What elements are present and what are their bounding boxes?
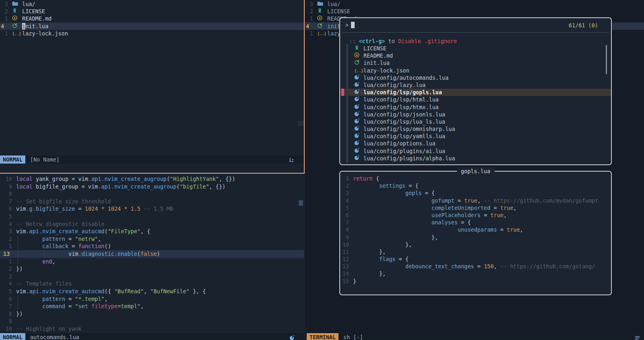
line-number: 11: [340, 248, 353, 255]
line-number: 9: [0, 183, 16, 191]
file-row[interactable]: 4init.lua: [0, 23, 305, 30]
code-line[interactable]: 5: [0, 213, 304, 220]
line-number: 10: [0, 325, 16, 333]
code-line[interactable]: 2}): [0, 265, 304, 273]
folder-icon: [317, 0, 323, 8]
code-text: gofumpt = true, -- https://github.com/mv…: [353, 197, 599, 204]
line-number: 8: [340, 226, 353, 233]
file-row[interactable]: 3lua/: [305, 0, 644, 8]
code-text: return {: [353, 175, 379, 182]
finder-item[interactable]: lua/config/lsp/jsonls.lua: [340, 111, 611, 118]
file-row[interactable]: 1README.md: [0, 15, 305, 22]
code-line[interactable]: 13│ │ vim.diagnostic.enable(false): [0, 250, 304, 258]
line-number: 13: [0, 250, 16, 258]
mode-indicator: NORMAL: [0, 155, 25, 164]
file-path: lua/config/lsp/omnisharp.lua: [363, 125, 455, 133]
code-text: │ │ vim.diagnostic.enable(false): [16, 250, 160, 258]
finder-results-list: LICENSEREADME.mdinit.lua{..}lazy-lock.js…: [340, 45, 611, 162]
filetype-icon-slot: [354, 104, 361, 111]
code-line[interactable]: 6│ pattern = "*.templ",: [0, 295, 304, 303]
filetype-icon-slot: [12, 23, 19, 30]
finder-item[interactable]: lua/config/options.lua: [340, 140, 611, 147]
line-number: 9: [340, 234, 353, 241]
preview-code-line: 7 analyses = {: [340, 219, 611, 226]
code-text: -- Highlight on yank: [16, 325, 82, 333]
active-window-separator-horizontal: [0, 173, 305, 174]
scrollbar-thumb[interactable]: [298, 121, 304, 126]
finder-item[interactable]: {..}lazy-lock.json: [340, 67, 611, 74]
finder-item[interactable]: LICENSE: [340, 45, 611, 52]
file-row[interactable]: 1{..}lazy-lock.json: [0, 30, 305, 37]
code-editor-window: 10local yank_group = vim.api.nvim_create…: [0, 174, 304, 333]
line-number: 7: [0, 198, 16, 205]
filetype-icon-slot: [354, 147, 361, 155]
finder-item[interactable]: init.lua: [340, 59, 611, 66]
json-icon: {..}: [317, 29, 326, 37]
code-text: vim.g.bigfile_size = 1024 * 1024 * 1.5 -…: [16, 205, 173, 213]
code-line[interactable]: 3vim.api.nvim_create_autocmd("FileType",…: [0, 228, 304, 235]
scrollbar-thumb[interactable]: [299, 200, 303, 206]
finder-scrollbar-thumb[interactable]: [606, 45, 607, 74]
code-line[interactable]: 6vim.g.bigfile_size = 1024 * 1024 * 1.5 …: [0, 205, 304, 213]
code-line[interactable]: 3: [0, 273, 304, 280]
code-line[interactable]: 9: [0, 317, 304, 325]
file-row[interactable]: 3lua/: [0, 0, 305, 8]
finder-item[interactable]: lua/config/lsp/lua_ls.lua: [340, 118, 611, 125]
finder-item[interactable]: lua/config/lsp/omnisharp.lua: [340, 125, 611, 133]
file-path: lua/config/lsp/lua_ls.lua: [363, 118, 445, 125]
finder-item[interactable]: lua/config/autocomands.lua: [340, 74, 611, 81]
code-text: },: [353, 241, 412, 248]
filetype-icon-slot: [317, 0, 324, 8]
file-row[interactable]: 2LICENSE: [0, 8, 305, 15]
terminal-name: sh [-]: [343, 333, 363, 340]
json-icon: {..}: [12, 29, 21, 37]
code-text: gopls = {: [353, 189, 435, 197]
code-line[interactable]: 9local bigfile_group = vim.api.nvim_crea…: [0, 183, 304, 191]
file-row[interactable]: 2LICENSE: [305, 8, 644, 15]
filetype-icon-slot: [354, 59, 361, 66]
file-path: lua/config/lsp/jsonls.lua: [363, 111, 445, 118]
code-line[interactable]: 7│ command = "set filetype=templ",: [0, 303, 304, 310]
line-number: 10: [0, 175, 16, 183]
code-text: │ callback = function(): [16, 243, 111, 250]
left-pane: 3lua/2LICENSE1README.md4init.lua1{..}laz…: [0, 0, 305, 340]
finder-item[interactable]: lua/config/plugins/ai.lua: [340, 147, 611, 155]
code-text: -- Set bigfile size threshold: [16, 198, 111, 205]
finder-item[interactable]: lua/config/lazy.lua: [340, 81, 611, 89]
code-line[interactable]: 5vim.api.nvim_create_autocmd({ "BufRead"…: [0, 288, 304, 295]
code-line[interactable]: 10local yank_group = vim.api.nvim_create…: [0, 175, 304, 183]
code-line[interactable]: 1│ end,: [0, 258, 304, 265]
code-text: vim.api.nvim_create_autocmd("FileType", …: [16, 228, 150, 235]
code-line[interactable]: 8}): [0, 310, 304, 318]
line-number: 2: [0, 8, 8, 15]
code-line[interactable]: 1│ callback = function(): [0, 243, 304, 250]
finder-item[interactable]: lua/config/plugins/alpha.lua: [340, 155, 611, 162]
finder-item[interactable]: lua/config/lsp/yamlls.lua: [340, 133, 611, 140]
code-line[interactable]: 8: [0, 190, 304, 198]
code-line[interactable]: 4-- Template files: [0, 280, 304, 288]
license-icon: [317, 8, 322, 15]
line-number: 2: [0, 265, 16, 273]
finder-item[interactable]: README.md: [340, 52, 611, 59]
line-number: 5: [0, 288, 16, 295]
finder-item[interactable]: lua/config/lsp/html.lua: [340, 96, 611, 103]
finder-item[interactable]: lua/config/lsp/gopls.lua: [340, 89, 611, 96]
code-line[interactable]: 2│ pattern = "netrw",: [0, 235, 304, 243]
mode-indicator: NORMAL: [0, 333, 25, 340]
preview-code-line: 4 gofumpt = true, -- https://github.com/…: [340, 197, 611, 204]
line-number: 3: [305, 0, 313, 8]
code-line[interactable]: 4-- Netrw diagnostic disable: [0, 220, 304, 228]
explorer-icon: [289, 157, 294, 165]
filetype-icon-slot: [317, 15, 324, 22]
line-number: 8: [0, 310, 16, 318]
file-name: LICENSE: [22, 8, 45, 15]
finder-item[interactable]: lua/config/lsp/htmx.lua: [340, 104, 611, 111]
code-line[interactable]: 7-- Set bigfile size threshold: [0, 198, 304, 205]
finder-prompt-row[interactable]: >: [345, 21, 355, 29]
preview-code-line: 14 },: [340, 270, 611, 277]
filetype-icon-slot: [354, 111, 361, 118]
lua-blue-icon: [354, 125, 359, 133]
code-line[interactable]: 10-- Highlight on yank: [0, 325, 304, 333]
filetype-icon-slot: [354, 140, 361, 147]
code-text: }: [353, 278, 356, 285]
